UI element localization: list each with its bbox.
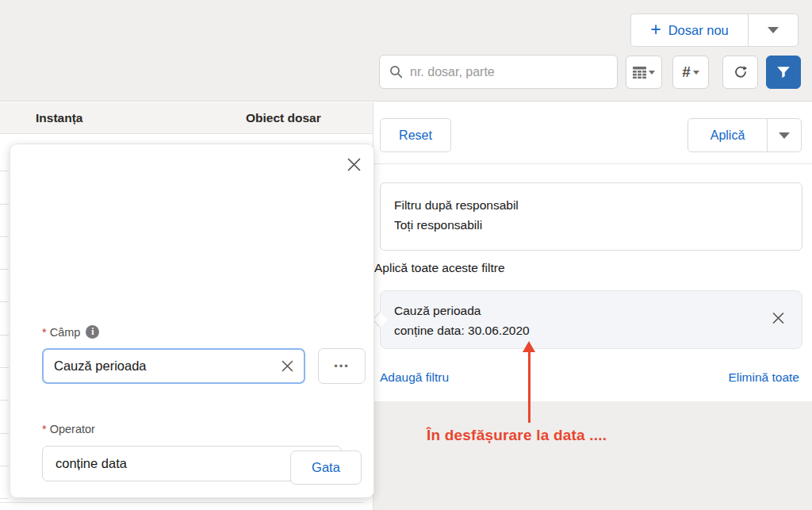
table-header-row: Instanța Obiect dosar [0, 102, 373, 134]
numbering-button[interactable]: # [672, 56, 709, 89]
table-row-lines [0, 139, 9, 500]
column-header-instanta[interactable]: Instanța [36, 111, 82, 125]
clear-field-button[interactable] [282, 360, 293, 372]
chevron-down-icon [768, 27, 779, 33]
responsible-filter-value: Toți responsabili [394, 215, 788, 235]
filter-panel: Reset Aplică Filtru după responsabil Toț… [373, 102, 812, 510]
ellipsis-icon: ••• [334, 360, 350, 372]
responsible-filter-title: Filtru după responsabil [394, 195, 788, 215]
search-box [379, 55, 618, 89]
operator-value: conține data [56, 456, 127, 471]
reset-button[interactable]: Reset [380, 118, 451, 152]
field-input-wrap [42, 348, 305, 384]
remove-all-link[interactable]: Elimină toate [728, 370, 799, 385]
filter-edit-popup: * Câmp i ••• * Operator conține d [10, 144, 374, 498]
chevron-down-icon [693, 71, 699, 75]
funnel-icon [776, 66, 791, 79]
popup-close-button[interactable] [345, 155, 362, 173]
popover-pointer [372, 312, 388, 328]
filter-chip-condition: conține data: 30.06.2020 [394, 320, 788, 340]
done-button[interactable]: Gata [290, 451, 362, 485]
new-case-button-group: + Dosar nou [630, 13, 799, 47]
table-row-divider [0, 502, 363, 503]
add-filter-link[interactable]: Adaugă filtru [380, 370, 449, 385]
apply-dropdown-button[interactable] [768, 119, 801, 151]
filter-chip-field: Cauză perioada [394, 301, 788, 320]
field-label: Câmp [50, 326, 81, 339]
close-icon [282, 360, 293, 372]
operator-label: Operator [50, 423, 95, 435]
panel-footer-area [373, 401, 812, 510]
new-case-button[interactable]: + Dosar nou [631, 14, 749, 46]
display-mode-table-button[interactable] [626, 56, 662, 89]
new-case-button-label: Dosar nou [668, 23, 729, 38]
filter-links-row: Adaugă filtru Elimină toate [373, 370, 812, 389]
operator-label-row: * Operator [42, 423, 95, 435]
apply-button[interactable]: Aplică [688, 119, 768, 151]
table-icon [633, 67, 646, 79]
search-input[interactable] [410, 65, 607, 79]
plus-icon: + [650, 21, 661, 39]
app-root: + Dosar nou # [0, 0, 812, 510]
annotation-arrow-line [528, 352, 530, 423]
chevron-down-icon [649, 71, 655, 75]
apply-button-group: Aplică [688, 118, 802, 152]
remove-filter-button[interactable] [772, 310, 784, 330]
column-header-obiect-dosar[interactable]: Obiect dosar [246, 111, 321, 125]
search-icon [389, 65, 403, 79]
responsible-filter-card[interactable]: Filtru după responsabil Toți responsabil… [380, 182, 802, 251]
more-options-button[interactable]: ••• [318, 348, 366, 384]
annotation-arrow-head [523, 341, 535, 352]
field-label-row: * Câmp i [42, 325, 99, 339]
annotation-text: În desfășurare la data .... [427, 427, 665, 444]
refresh-icon [733, 65, 748, 79]
close-icon [347, 158, 361, 171]
panel-divider [373, 163, 812, 164]
match-all-filters-label: Aplică toate aceste filtre [374, 261, 505, 275]
hash-icon: # [682, 63, 691, 81]
required-marker: * [42, 423, 47, 435]
filter-toggle-button[interactable] [766, 56, 801, 89]
filter-chip[interactable]: Cauză perioada conține data: 30.06.2020 [380, 290, 802, 349]
refresh-button[interactable] [722, 56, 758, 89]
chevron-down-icon [779, 132, 790, 139]
close-icon [772, 313, 784, 324]
required-marker: * [42, 326, 47, 339]
field-input[interactable] [54, 359, 275, 374]
info-icon[interactable]: i [86, 325, 99, 339]
new-case-dropdown-button[interactable] [749, 14, 798, 46]
